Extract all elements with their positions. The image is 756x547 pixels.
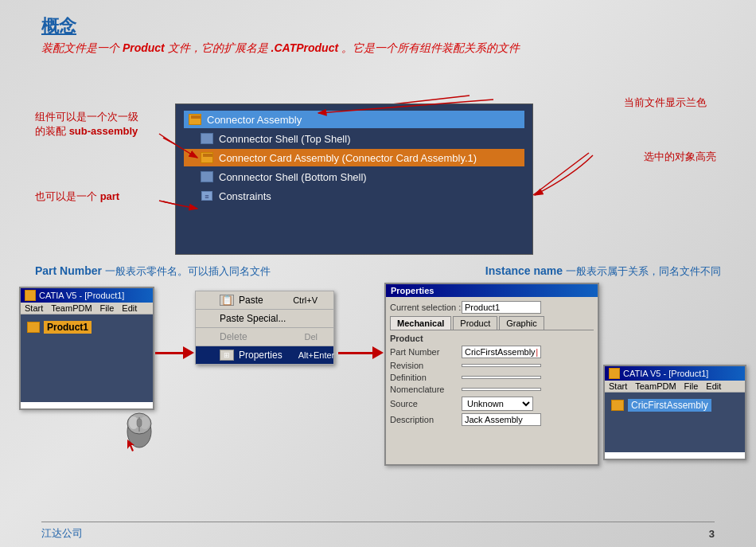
nomenclature-label: Nomenclature (390, 385, 462, 394)
part-number-field-label: Part Number (390, 347, 462, 357)
properties-tabs: Mechanical Product Graphic (390, 316, 594, 330)
properties-icon: ⊞ (220, 350, 234, 361)
footer-company: 江达公司 (41, 526, 83, 541)
menu-start-2[interactable]: Start (609, 381, 627, 391)
catia-icon-1 (25, 290, 36, 301)
catia-titlebar-2: CATIA V5 - [Product1] (605, 366, 745, 381)
current-selection-label: Current selection : (390, 303, 462, 312)
catia-titlebar-1: CATIA V5 - [Product1] (21, 288, 153, 303)
tree-item-bottom-shell-label: Connnector Shell (Bottom Shell) (219, 171, 367, 183)
context-menu: 📋 Paste Ctrl+V Paste Special... Delete D… (195, 291, 334, 365)
part-annotation: 也可以是一个 part (35, 189, 119, 204)
cric-icon (611, 400, 624, 411)
highlight-annotation: 选中的对象高亮 (644, 150, 716, 164)
menu-item-paste[interactable]: 📋 Paste Ctrl+V (196, 291, 333, 310)
menu-teampdm-1[interactable]: TeamPDM (51, 303, 92, 313)
tree-item-root-label: Connector Assembly (207, 114, 302, 126)
footer: 江达公司 3 (41, 522, 715, 541)
definition-label: Definition (390, 373, 462, 382)
catia-window-2: CATIA V5 - [Product1] Start TeamPDM File… (603, 365, 746, 460)
tree-item-bottom-shell: Connnector Shell (Bottom Shell) (184, 168, 524, 186)
flow-arrow-2 (338, 346, 384, 359)
properties-title: Properties (386, 284, 598, 297)
tab-mechanical[interactable]: Mechanical (390, 316, 451, 330)
svg-line-3 (533, 153, 589, 195)
catia-title-2: CATIA V5 - [Product1] (623, 369, 708, 378)
catia-body-1: Product1 (21, 315, 153, 402)
paste-shortcut: Ctrl+V (293, 295, 318, 305)
part-number-label: Part Number 一般表示零件名。可以插入同名文件 (35, 264, 271, 279)
tree-item-constraints-label: Constraints (219, 190, 271, 202)
part-number-field-value[interactable]: CricFirstAssembly | (462, 346, 541, 358)
sub-assembly-line2: 的装配 sub-assembly (35, 124, 138, 139)
description-value[interactable]: Jack Assembly (462, 413, 541, 426)
flow-arrow-line-2 (338, 352, 372, 354)
current-file-annotation: 当前文件显示兰色 (624, 96, 707, 110)
tree-item-card-assembly: Connector Card Assembly (Connector Card … (184, 149, 524, 166)
constraints-icon: ≡ (200, 189, 214, 202)
description-label: Description (390, 415, 462, 424)
catia-menu-2: Start TeamPDM File Edit (605, 381, 745, 393)
cric-label: CricFirstAssembly (628, 399, 711, 412)
menu-start-1[interactable]: Start (25, 303, 43, 313)
source-dropdown[interactable]: Unknown Made Bought (462, 397, 533, 411)
catia-tree-cric: CricFirstAssembly (611, 399, 738, 412)
tree-item-top-shell-label: Connnector Shell (Top Shell) (219, 133, 350, 145)
page-content: 概念 装配文件是一个 Product 文件，它的扩展名是 .CATProduct… (0, 0, 756, 547)
menu-file-1[interactable]: File (100, 303, 115, 313)
desc-part1: 装配文件是一个 Product 文件，它的扩展名是 .CATProduct 。它… (41, 41, 520, 54)
page-title: 概念 (41, 16, 76, 36)
definition-value[interactable] (462, 376, 541, 379)
title-section: 概念 (41, 14, 76, 38)
footer-page: 3 (709, 528, 715, 540)
paste-icon: 📋 (220, 295, 234, 306)
product-icon (189, 114, 201, 125)
catia-title-1: CATIA V5 - [Product1] (39, 291, 124, 300)
menu-item-delete: Delete Del (196, 328, 333, 346)
part-number-row: Part Number CricFirstAssembly | (390, 346, 594, 358)
bottom-labels: Part Number 一般表示零件名。可以插入同名文件 Instance na… (35, 264, 721, 279)
source-row: Source Unknown Made Bought (390, 397, 594, 411)
sub-assembly-line1: 组件可以是一个次一级 (35, 110, 138, 124)
properties-body: Current selection : Product1 Mechanical … (386, 297, 598, 432)
part-icon-2 (201, 171, 213, 182)
revision-value[interactable] (462, 364, 541, 367)
product1-label: Product1 (44, 321, 92, 334)
menu-item-properties[interactable]: ⊞ Properties Alt+Enter (196, 346, 333, 364)
description-text: 装配文件是一个 Product 文件，它的扩展名是 .CATProduct 。它… (41, 41, 520, 56)
sub-assembly-annotation: 组件可以是一个次一级 的装配 sub-assembly (35, 110, 138, 139)
product1-icon (27, 322, 40, 333)
nomenclature-value[interactable] (462, 388, 541, 391)
top-shell-icon (200, 132, 214, 145)
cursor-indicator: | (536, 348, 538, 357)
menu-teampdm-2[interactable]: TeamPDM (635, 381, 676, 391)
catia-body-2: CricFirstAssembly (605, 393, 745, 452)
menu-edit-2[interactable]: Edit (706, 381, 721, 391)
properties-label: Properties (239, 350, 283, 361)
product-section-title: Product (390, 334, 594, 343)
flow-arrow-head-1 (183, 346, 194, 359)
menu-file-2[interactable]: File (684, 381, 699, 391)
assembly-tree: Connector Assembly Connnector Shell (Top… (175, 104, 533, 255)
product-icon-2 (201, 152, 213, 163)
flow-arrow-1 (155, 346, 195, 359)
tab-graphic[interactable]: Graphic (499, 316, 544, 330)
menu-edit-1[interactable]: Edit (122, 303, 137, 313)
catia-icon-2 (609, 368, 620, 379)
catia-tree-product1: Product1 (27, 321, 146, 334)
mouse-svg (123, 408, 155, 451)
tree-item-constraints: ≡ Constraints (184, 187, 524, 205)
delete-shortcut: Del (304, 332, 318, 342)
catia-window-1: CATIA V5 - [Product1] Start TeamPDM File… (19, 287, 154, 410)
revision-label: Revision (390, 361, 462, 370)
current-selection-value: Product1 (462, 301, 541, 314)
delete-label: Delete (220, 331, 247, 342)
tree-item-root: Connector Assembly (184, 111, 524, 128)
svg-rect-10 (137, 419, 142, 427)
nomenclature-row: Nomenclature (390, 385, 594, 394)
flow-arrow-head-2 (372, 346, 384, 359)
paste-label: Paste (239, 295, 263, 306)
tree-item-card-label: Connector Card Assembly (Connector Card … (219, 152, 477, 164)
tab-product[interactable]: Product (453, 316, 497, 330)
menu-item-paste-special[interactable]: Paste Special... (196, 310, 333, 328)
